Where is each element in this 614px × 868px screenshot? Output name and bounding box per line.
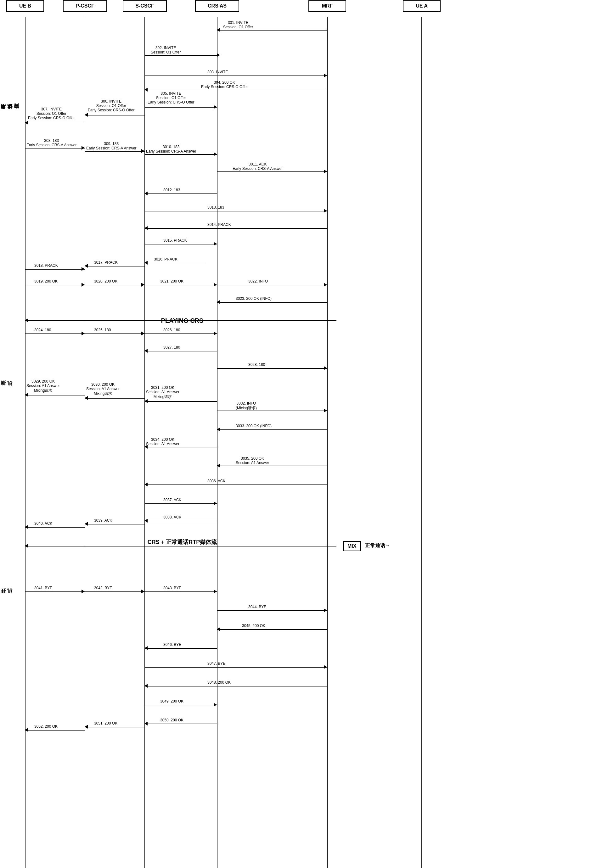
- lifeline-scscf: [144, 17, 145, 868]
- lifeline-pcscf: [85, 17, 85, 868]
- section-hangup: 挂机: [0, 582, 13, 614]
- section-pickup: 摘机: [0, 371, 13, 409]
- lifeline-uea: [422, 17, 422, 868]
- participant-scscf: S-CSCF: [123, 0, 167, 12]
- participant-crsas: CRS AS: [195, 0, 239, 12]
- lifeline-ueb: [25, 17, 25, 868]
- section-early-media: 早期媒体协商: [0, 82, 20, 145]
- participant-uea: UE A: [403, 0, 440, 12]
- sequence-diagram: UE B P-CSCF S-CSCF CRS AS MRF UE A 早期媒体协…: [0, 0, 614, 868]
- lifeline-mrf: [327, 17, 328, 868]
- participant-pcscf: P-CSCF: [63, 0, 107, 12]
- normal-call-label: 正常通话→: [365, 542, 390, 549]
- lifeline-crsas: [217, 17, 217, 868]
- participant-mrf: MRF: [309, 0, 346, 12]
- mix-box: MIX: [343, 541, 361, 551]
- participant-ueb: UE B: [6, 0, 44, 12]
